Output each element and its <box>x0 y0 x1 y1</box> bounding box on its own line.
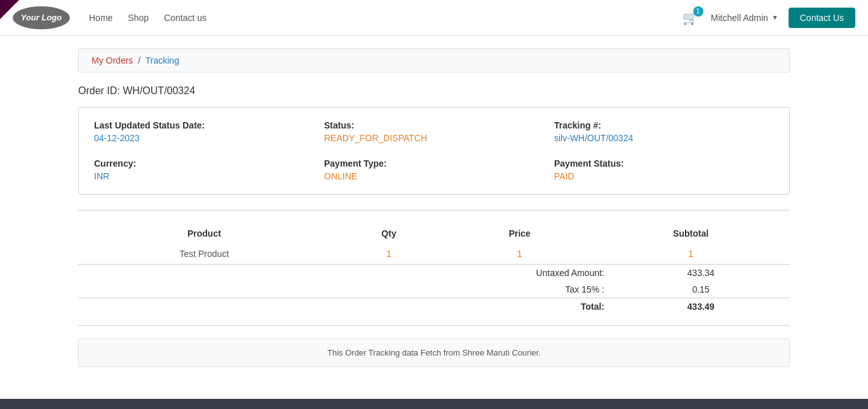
total-label: Total: <box>78 298 612 315</box>
col-qty: Qty <box>330 223 447 244</box>
currency-field: Currency: INR <box>94 158 314 181</box>
navbar: Your Logo Home Shop Contact us 🛒 1 Mitch… <box>0 0 868 36</box>
divider-top <box>78 210 790 211</box>
col-subtotal: Subtotal <box>592 223 790 244</box>
payment-type-field: Payment Type: ONLINE <box>324 158 544 181</box>
footer-note: This Order Tracking data Fetch from Shre… <box>78 338 790 367</box>
last-updated-label: Last Updated Status Date: <box>94 120 314 130</box>
payment-status-value: PAID <box>554 171 574 181</box>
status-value: READY_FOR_DISPATCH <box>324 133 427 143</box>
cart-icon[interactable]: 🛒 1 <box>682 10 698 25</box>
cell-product-name: Test Product <box>78 244 330 265</box>
untaxed-label: Untaxed Amount: <box>78 265 612 281</box>
breadcrumb-separator: / <box>138 55 140 66</box>
nav-shop[interactable]: Shop <box>128 13 149 23</box>
col-price: Price <box>447 223 592 244</box>
currency-label: Currency: <box>94 158 314 169</box>
untaxed-value: 433.34 <box>612 265 790 281</box>
cell-price: 1 <box>447 244 592 265</box>
tracking-label: Tracking #: <box>554 120 774 130</box>
user-name: Mitchell Admin <box>711 13 768 23</box>
tax-value: 0.15 <box>612 281 790 298</box>
summary-untaxed-row: Untaxed Amount: 433.34 <box>78 265 790 281</box>
last-updated-value: 04-12-2023 <box>94 133 140 143</box>
cart-badge: 1 <box>693 6 703 17</box>
status-field: Status: READY_FOR_DISPATCH <box>324 120 544 143</box>
payment-type-label: Payment Type: <box>324 158 544 169</box>
logo-text: Your Logo <box>13 6 70 29</box>
total-value: 433.49 <box>612 298 790 315</box>
last-updated-field: Last Updated Status Date: 04-12-2023 <box>94 120 314 143</box>
payment-status-field: Payment Status: PAID <box>554 158 774 181</box>
tracking-field: Tracking #: silv-WH/OUT/00324 <box>554 120 774 143</box>
breadcrumb-my-orders[interactable]: My Orders <box>92 55 133 66</box>
cell-qty: 1 <box>330 244 447 265</box>
order-info-card: Last Updated Status Date: 04-12-2023 Sta… <box>78 107 790 195</box>
order-id: Order ID: WH/OUT/00324 <box>78 85 790 97</box>
status-label: Status: <box>324 120 544 130</box>
cell-subtotal: 1 <box>592 244 790 265</box>
main-content: My Orders / Tracking Order ID: WH/OUT/00… <box>65 36 803 380</box>
breadcrumb: My Orders / Tracking <box>78 48 790 73</box>
page-footer <box>0 399 868 409</box>
nav-links: Home Shop Contact us <box>89 13 682 23</box>
tracking-value: silv-WH/OUT/00324 <box>554 133 633 143</box>
info-grid: Last Updated Status Date: 04-12-2023 Sta… <box>94 120 774 181</box>
breadcrumb-current: Tracking <box>146 55 179 66</box>
currency-value: INR <box>94 171 109 181</box>
col-product: Product <box>78 223 330 244</box>
user-menu[interactable]: Mitchell Admin ▼ <box>711 13 778 23</box>
summary-table: Untaxed Amount: 433.34 Tax 15% : 0.15 To… <box>78 265 790 315</box>
nav-home[interactable]: Home <box>89 13 112 23</box>
divider-bottom <box>78 325 790 326</box>
tax-label: Tax 15% : <box>78 281 612 298</box>
table-header: Product Qty Price Subtotal <box>78 223 790 244</box>
chevron-down-icon: ▼ <box>772 14 778 21</box>
table-row: Test Product 1 1 1 <box>78 244 790 265</box>
summary-total-row: Total: 433.49 <box>78 298 790 315</box>
table-body: Test Product 1 1 1 <box>78 244 790 265</box>
contact-us-button[interactable]: Contact Us <box>789 8 855 28</box>
logo[interactable]: Your Logo <box>13 6 70 29</box>
summary-tax-row: Tax 15% : 0.15 <box>78 281 790 298</box>
payment-type-value: ONLINE <box>324 171 357 181</box>
nav-contact[interactable]: Contact us <box>164 13 207 23</box>
payment-status-label: Payment Status: <box>554 158 774 169</box>
product-table: Product Qty Price Subtotal Test Product … <box>78 223 790 265</box>
